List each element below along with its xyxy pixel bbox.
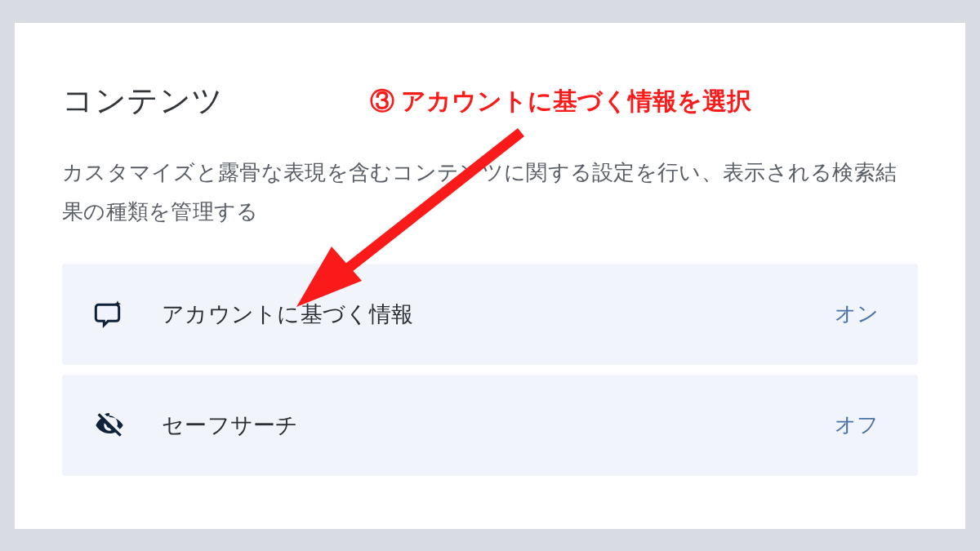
setting-status: オフ [835,411,879,439]
setting-status: オン [835,300,879,328]
instruction-annotation: ③ アカウントに基づく情報を選択 [370,85,751,118]
chat-sparkle-icon [90,295,129,334]
content-settings-panel: コンテンツ ③ アカウントに基づく情報を選択 カスタマイズと露骨な表現を含むコン… [15,23,965,529]
settings-description: カスタマイズと露骨な表現を含むコンテンツに関する設定を行い、表示される検索結果の… [62,153,918,231]
setting-label: アカウントに基づく情報 [162,300,835,329]
settings-list: アカウントに基づく情報 オン セーフサーチ オフ [62,264,918,476]
setting-label: セーフサーチ [162,411,835,440]
setting-account-info[interactable]: アカウントに基づく情報 オン [62,264,918,365]
setting-safe-search[interactable]: セーフサーチ オフ [62,375,918,476]
eye-off-icon [90,406,129,445]
